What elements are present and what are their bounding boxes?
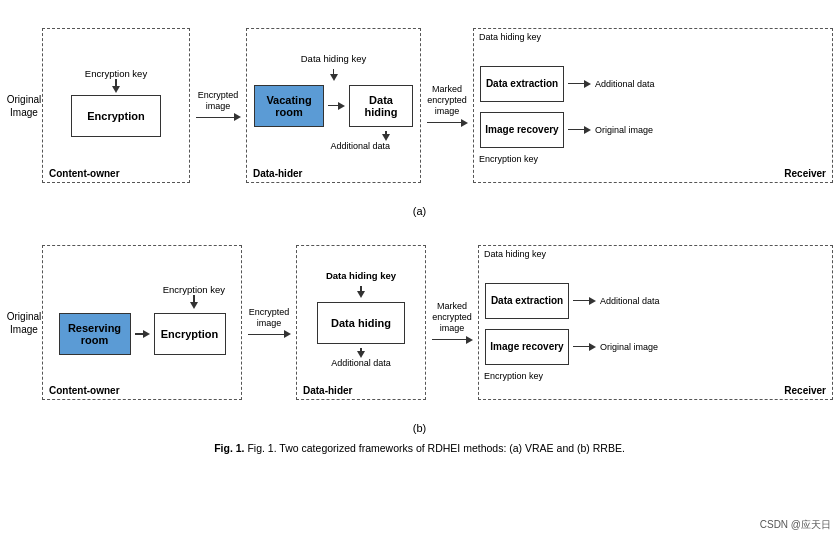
receiver-dhk-label-a: Data hiding key	[479, 32, 541, 42]
data-extraction-row-a: Data extraction Additional data	[480, 66, 826, 102]
dhk-arrow-v-a	[330, 69, 338, 81]
main-container: Original Image Encryption key Encrypt	[0, 0, 839, 538]
enc-key-arrow-down-a	[112, 79, 120, 93]
enc-arrow-head-b	[284, 330, 291, 338]
dh-boxes-row-a: Vacating room Data hiding	[254, 85, 413, 127]
content-owner-box-b: Encryption key Reserving room	[42, 245, 242, 400]
content-owner-label-b: Content-owner	[49, 385, 120, 396]
de-output-arrow-b	[573, 297, 596, 305]
enc-arrow-line-a	[196, 117, 234, 119]
de-arrow-line-b	[573, 300, 589, 302]
marked-arrow-line-b	[432, 339, 466, 341]
content-owner-label-a: Content-owner	[49, 168, 120, 179]
encrypted-arrow-a: Encrypted image	[190, 90, 246, 122]
rr-enc-head-b	[143, 330, 150, 338]
marked-enc-label-b: Marked encrypted image	[426, 301, 478, 333]
encrypted-label-b: Encrypted image	[242, 307, 296, 329]
rr-enc-arrow-b	[135, 330, 150, 338]
data-hiding-key-top-b: Data hiding key	[326, 270, 396, 281]
additional-data-label-a: Additional data	[330, 141, 390, 151]
enc-key-v-line-b	[193, 295, 195, 302]
original-image-output-b: Original image	[600, 342, 658, 352]
enc-arrow-h-a	[196, 113, 241, 121]
enc-key-arrow-a: Encryption key	[85, 68, 147, 93]
receiver-box-a: Data hiding key Data extraction	[473, 28, 833, 183]
add-data-arrow-b	[357, 348, 365, 358]
diagram-a: Original Image Encryption key Encrypt	[6, 8, 833, 223]
enc-key-arrow-b: Encryption key	[163, 284, 225, 309]
de-arrow-line-a	[568, 83, 584, 85]
enc-key-v-arrow-b	[190, 295, 198, 309]
encrypted-arrow-b: Encrypted image	[242, 307, 296, 339]
add-data-section-a: Additional data	[255, 131, 412, 151]
image-recovery-box-b: Image recovery	[485, 329, 569, 365]
marked-enc-arrow-a: Marked encrypted image	[421, 84, 473, 126]
data-extraction-box-a: Data extraction	[480, 66, 564, 102]
marked-arrow-head-a	[461, 119, 468, 127]
add-data-arrow-a	[382, 131, 390, 141]
ir-arrow-head-a	[584, 126, 591, 134]
figure-caption: Fig. 1. Fig. 1. Two categorized framewor…	[6, 442, 833, 454]
additional-data-output-b: Additional data	[600, 296, 660, 306]
receiver-rows-b: Data extraction Additional data Image	[485, 250, 826, 383]
ir-arrow-line-b	[573, 346, 589, 348]
add-data-arrowhead-b	[357, 351, 365, 358]
additional-data-label-b: Additional data	[331, 358, 391, 368]
de-arrow-head-b	[589, 297, 596, 305]
receiver-enc-key-label-b: Encryption key	[484, 371, 543, 381]
image-recovery-row-a: Image recovery Original image	[480, 112, 826, 148]
additional-data-output-a: Additional data	[595, 79, 655, 89]
data-hiding-key-top-a: Data hiding key	[301, 53, 366, 64]
data-extraction-box-b: Data extraction	[485, 283, 569, 319]
marked-arrow-head-b	[466, 336, 473, 344]
ir-arrow-head-b	[589, 343, 596, 351]
encryption-box-b: Encryption	[154, 313, 226, 355]
vr-dh-arrow-a	[328, 102, 345, 110]
enc-key-arrowhead-a	[112, 86, 120, 93]
marked-enc-arrow-b: Marked encrypted image	[426, 301, 478, 343]
add-data-section-b: Additional data	[331, 348, 391, 368]
vr-dh-arrowhead-a	[338, 102, 345, 110]
de-output-arrow-a	[568, 80, 591, 88]
dhk-arrowhead-b	[357, 291, 365, 298]
add-data-arrowhead-a	[382, 134, 390, 141]
data-hider-label-b: Data-hider	[303, 385, 352, 396]
co-boxes-row-b: Reserving room Encryption	[59, 313, 226, 355]
data-hiding-box-a: Data hiding	[349, 85, 413, 127]
receiver-rows-a: Data extraction Additional data Image	[480, 33, 826, 166]
encrypted-label-a: Encrypted image	[190, 90, 246, 112]
watermark: CSDN @应天日	[760, 518, 831, 532]
enc-key-section-b: Encryption key	[49, 284, 235, 309]
original-image-output-a: Original image	[595, 125, 653, 135]
enc-arrow-h-b	[248, 330, 291, 338]
ir-output-arrow-a	[568, 126, 591, 134]
data-hider-box-b: Data hiding key Data hiding	[296, 245, 426, 400]
orig-img-label-a: Original Image	[6, 93, 42, 119]
marked-arrow-h-a	[427, 119, 468, 127]
enc-key-v-head-b	[190, 302, 198, 309]
ir-output-arrow-b	[573, 343, 596, 351]
data-extraction-row-b: Data extraction Additional data	[485, 283, 826, 319]
caption-b: (b)	[6, 422, 833, 434]
marked-arrow-line-a	[427, 122, 461, 124]
rr-enc-line-b	[135, 333, 143, 335]
image-recovery-box-a: Image recovery	[480, 112, 564, 148]
vr-dh-line-a	[328, 105, 338, 107]
enc-key-line-a	[115, 79, 117, 86]
encryption-box-a: Encryption	[71, 95, 161, 137]
receiver-dhk-label-b: Data hiding key	[484, 249, 546, 259]
ir-arrow-line-a	[568, 129, 584, 131]
content-owner-box-a: Encryption key Encryption Content-owner	[42, 28, 190, 183]
receiver-label-b: Receiver	[784, 385, 826, 396]
caption-a: (a)	[6, 205, 833, 217]
receiver-box-b: Data hiding key Data extraction	[478, 245, 833, 400]
diagrams: Original Image Encryption key Encrypt	[6, 8, 833, 440]
data-hider-label-a: Data-hider	[253, 168, 302, 179]
data-hider-box-a: Data hiding key Vacating room	[246, 28, 421, 183]
marked-enc-label-a: Marked encrypted image	[421, 84, 473, 116]
vacating-room-box-a: Vacating room	[254, 85, 324, 127]
enc-arrow-head-a	[234, 113, 241, 121]
dhk-arrow-v-b	[357, 286, 365, 298]
enc-key-label-b: Encryption key	[163, 284, 225, 295]
reserving-room-box-b: Reserving room	[59, 313, 131, 355]
